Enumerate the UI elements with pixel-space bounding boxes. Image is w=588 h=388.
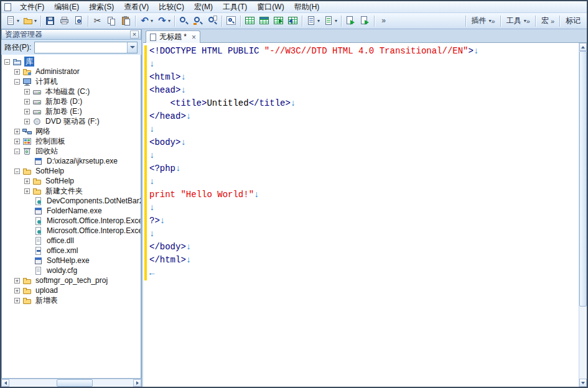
editor-window: 文件(F)编辑(E)搜索(S)查看(V)比较(C)宏(M)工具(T)窗口(W)帮…: [0, 0, 588, 388]
toolbar-overflow-button[interactable]: [376, 14, 391, 28]
tree-item[interactable]: +新增表: [2, 295, 141, 305]
tree-item[interactable]: office.xml: [2, 246, 141, 256]
new-file-button[interactable]: ▾: [4, 14, 21, 28]
scroll-left-button[interactable]: [1, 379, 9, 387]
expand-toggle[interactable]: +: [14, 298, 20, 303]
menu-item-edit[interactable]: 编辑(E): [49, 1, 84, 12]
tree-item[interactable]: +新建文件夹: [2, 186, 141, 196]
tab-close-icon[interactable]: ×: [192, 34, 196, 41]
expand-toggle[interactable]: +: [14, 139, 20, 144]
tools-group[interactable]: 工具▾»: [503, 14, 533, 28]
browser-back-button[interactable]: [286, 14, 300, 28]
tree-item[interactable]: +控制面板: [2, 136, 141, 146]
arrow-right-icon: [136, 381, 139, 385]
tree-item[interactable]: Microsoft.Office.Interop.Exce: [2, 216, 141, 226]
window-selector-button[interactable]: ▾: [322, 14, 339, 28]
toolbar-groups: 插件▾»工具▾»宏»标记: [464, 13, 584, 29]
path-combobox[interactable]: [34, 42, 138, 53]
menu-item-macro[interactable]: 宏(M): [189, 1, 218, 12]
cut-button[interactable]: [90, 14, 105, 28]
menu-item-help[interactable]: 帮助(H): [289, 1, 325, 12]
expand-toggle[interactable]: +: [24, 109, 30, 114]
expand-toggle[interactable]: +: [14, 278, 20, 284]
menu-item-tools[interactable]: 工具(T): [218, 1, 252, 12]
tree-item[interactable]: +upload: [2, 285, 141, 295]
expand-toggle[interactable]: +: [24, 89, 30, 95]
view-browser-button[interactable]: [257, 14, 271, 28]
tree-item[interactable]: +本地磁盘 (C:): [2, 86, 141, 96]
find-in-files-button[interactable]: [205, 14, 220, 28]
tree-item[interactable]: +新加卷 (E:): [2, 106, 141, 116]
plugins-group[interactable]: 插件▾»: [468, 14, 498, 28]
libraries-icon: [12, 57, 22, 67]
expand-toggle[interactable]: +: [24, 178, 30, 184]
menu-item-compare[interactable]: 比较(C): [154, 1, 189, 12]
path-dropdown-button[interactable]: [127, 42, 137, 53]
tree-item[interactable]: +网络: [2, 126, 141, 136]
scroll-track[interactable]: [9, 379, 133, 387]
save-button[interactable]: [43, 14, 57, 28]
tree-item[interactable]: −SoftHelp: [2, 166, 141, 176]
sidebar-close-button[interactable]: ×: [130, 30, 139, 39]
open-file-button[interactable]: ▾: [21, 14, 39, 28]
expand-toggle[interactable]: −: [14, 149, 20, 154]
user-tool-2-button[interactable]: [358, 14, 372, 28]
scroll-thumb[interactable]: [57, 379, 93, 387]
menu-item-file[interactable]: 文件(F): [15, 1, 49, 12]
code-area[interactable]: <!DOCTYPE HTML PUBLIC "-//W3C//DTD HTML …: [149, 45, 578, 387]
redo-button[interactable]: ▾: [155, 14, 172, 28]
document-icon: [150, 34, 156, 41]
tree-item[interactable]: +新加卷 (D:): [2, 96, 141, 106]
menu-item-view[interactable]: 查看(V): [119, 1, 154, 12]
tree-item[interactable]: +softmgr_op_tech_proj: [2, 275, 141, 285]
expand-toggle[interactable]: −: [14, 79, 20, 85]
tree-item[interactable]: −计算机: [2, 76, 141, 86]
tree-item[interactable]: office.dll: [2, 236, 141, 246]
tab-untitled[interactable]: 无标题 * ×: [146, 30, 200, 43]
macro-group[interactable]: 宏»: [538, 14, 558, 28]
expand-toggle[interactable]: −: [14, 169, 20, 174]
document-selector-button[interactable]: ▾: [304, 14, 322, 28]
expand-toggle[interactable]: +: [24, 99, 30, 104]
menu-item-search[interactable]: 搜索(S): [84, 1, 119, 12]
editor-vscrollbar[interactable]: [579, 43, 587, 387]
scroll-down-button[interactable]: [579, 379, 587, 387]
expand-toggle[interactable]: −: [4, 59, 10, 65]
user-tool-1-button[interactable]: [343, 14, 358, 28]
scroll-track[interactable]: [579, 51, 587, 379]
scroll-right-button[interactable]: [133, 379, 141, 387]
undo-button[interactable]: ▾: [138, 14, 155, 28]
copy-button[interactable]: [105, 14, 119, 28]
tree-item[interactable]: SoftHelp.exe: [2, 256, 141, 266]
scroll-thumb[interactable]: [579, 51, 587, 307]
expand-toggle[interactable]: +: [14, 129, 20, 134]
zoom-button[interactable]: [224, 14, 238, 28]
tree-item[interactable]: DevComponents.DotNetBar2.d: [2, 196, 141, 206]
expand-toggle[interactable]: +: [14, 69, 20, 75]
tree-item[interactable]: −库: [2, 57, 141, 67]
tree-item[interactable]: D:\xiazai\jkrsetup.exe: [2, 156, 141, 166]
print-preview-button[interactable]: [72, 14, 86, 28]
tree-item[interactable]: Microsoft.Office.Interop.Exce: [2, 226, 141, 236]
tree-item[interactable]: FolderName.exe: [2, 206, 141, 216]
tree-item[interactable]: +Administrator: [2, 67, 141, 76]
tree-item[interactable]: woldy.cfg: [2, 266, 141, 275]
editor[interactable]: <!DOCTYPE HTML PUBLIC "-//W3C//DTD HTML …: [143, 43, 587, 387]
scroll-up-button[interactable]: [579, 43, 587, 51]
tree-item[interactable]: −回收站: [2, 146, 141, 156]
expand-toggle[interactable]: +: [14, 288, 20, 293]
view-table-button[interactable]: [243, 14, 257, 28]
find-button[interactable]: [177, 14, 191, 28]
menu-item-window[interactable]: 窗口(W): [252, 1, 289, 12]
tree-item[interactable]: +DVD 驱动器 (F:): [2, 116, 141, 126]
marks-group[interactable]: 标记: [562, 14, 584, 28]
tree-item[interactable]: +SoftHelp: [2, 176, 141, 186]
replace-button[interactable]: [191, 14, 205, 28]
toolbar-separator: [535, 16, 536, 27]
expand-toggle[interactable]: +: [24, 119, 30, 124]
sidebar-hscrollbar[interactable]: [1, 379, 141, 387]
paste-button[interactable]: [119, 14, 133, 28]
browser-forward-button[interactable]: [271, 14, 286, 28]
expand-toggle[interactable]: +: [24, 188, 30, 194]
print-button[interactable]: [57, 14, 72, 28]
